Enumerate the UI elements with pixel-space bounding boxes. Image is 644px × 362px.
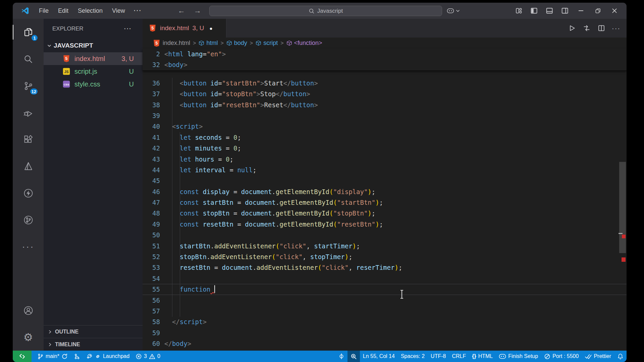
code-line[interactable]: 50 [143, 230, 627, 240]
minimize-button[interactable] [574, 4, 588, 17]
breadcrumb-separator: > [193, 40, 196, 46]
folder-section-javascript[interactable]: JAVASCRIPT [44, 39, 143, 52]
file-item-style-css[interactable]: CSSstyle.cssU [44, 78, 143, 90]
code-line[interactable]: 40 <script> [143, 121, 627, 132]
editor-scrollbar[interactable] [619, 162, 626, 253]
status-prettier[interactable]: Prettier [582, 351, 614, 362]
breadcrumb-item[interactable]: <function> [286, 40, 322, 47]
tab-index-html[interactable]: 5 index.html 3, U ● [143, 19, 226, 38]
outline-section[interactable]: OUTLINE [44, 325, 143, 338]
code-line[interactable]: 42 let minutes = 0; [143, 143, 627, 154]
status-indentation[interactable]: Spaces: 2 [398, 351, 428, 362]
activity-item-settings[interactable]: ⚙ [13, 324, 44, 351]
code-line[interactable]: 56 [143, 295, 627, 306]
code-line[interactable]: 53 resetBtn = document.addEventListener(… [143, 262, 627, 273]
code-line[interactable]: 43 let hours = 0; [143, 154, 627, 165]
code-line[interactable]: 46 const display = document.getElementBy… [143, 186, 627, 197]
sticky-code-line[interactable]: 32<body> [143, 59, 627, 70]
code-line[interactable]: 51 startBtn.addEventListener("click", st… [143, 241, 627, 251]
code-line[interactable]: 52 stopBtn.addEventListener("click", sto… [143, 251, 627, 262]
code-line[interactable]: 54 [143, 273, 627, 284]
activity-item-run-debug[interactable] [13, 99, 44, 126]
status-encoding[interactable]: UTF-8 [428, 351, 449, 362]
activity-item-extensions[interactable] [13, 126, 44, 153]
command-center-search[interactable]: Javascript [209, 6, 442, 16]
code-line[interactable]: 55 function [143, 284, 627, 295]
sticky-code-line[interactable]: 2<html lang="en"> [143, 49, 627, 59]
status-text: 0 [157, 353, 160, 359]
code-line[interactable]: 39 [143, 110, 627, 121]
status-git-graph[interactable] [71, 351, 83, 362]
menu-more[interactable]: ··· [130, 5, 146, 16]
toggle-panel-button[interactable] [543, 5, 556, 16]
activity-item-source-control[interactable]: 12 [13, 72, 44, 99]
close-button[interactable] [607, 4, 622, 17]
restore-button[interactable] [590, 4, 605, 17]
code-line[interactable]: 49 const resetBtn = document.getElementB… [143, 219, 627, 230]
status-cursor-position[interactable]: Ln 55, Col 14 [360, 351, 398, 362]
nav-forward-icon[interactable]: → [194, 6, 201, 15]
menu-edit[interactable]: Edit [53, 7, 73, 14]
file-item-script-js[interactable]: JSscript.jsU [44, 65, 143, 78]
customize-layout-button[interactable] [512, 5, 525, 16]
code-line[interactable]: 36 <button id="startBtn">Start</button> [143, 78, 627, 88]
breadcrumb-label: script [263, 40, 278, 47]
status-text: 3 [144, 353, 147, 359]
breadcrumb-item[interactable]: body [226, 40, 247, 47]
status-zoom[interactable] [347, 351, 360, 362]
status-branch[interactable]: main* [34, 351, 71, 362]
menu-view[interactable]: View [107, 7, 130, 14]
activity-item-git-extension[interactable] [13, 206, 44, 233]
code-line[interactable]: 44 let interval = null; [143, 165, 627, 175]
toggle-secondary-sidebar-button[interactable] [558, 5, 572, 16]
code-line[interactable]: 57 [143, 306, 627, 316]
status-notifications[interactable] [614, 351, 627, 362]
activity-item-explorer[interactable]: 1 [13, 19, 44, 46]
status-screencast[interactable] [335, 351, 347, 362]
code-line[interactable]: 58 </script> [143, 316, 627, 327]
more-actions-button[interactable]: ··· [610, 22, 622, 34]
code-line[interactable]: 37 <button id="stopBtn">Stop</button> [143, 88, 627, 99]
breadcrumb-item[interactable]: html [199, 40, 218, 47]
run-button[interactable] [566, 22, 578, 34]
status-problems[interactable]: 30 [132, 351, 163, 362]
copilot-menu[interactable] [447, 8, 460, 14]
breadcrumb-item[interactable]: script [256, 40, 278, 47]
code-line[interactable]: 60</body> [143, 338, 627, 349]
explorer-more-actions[interactable]: ··· [120, 25, 136, 32]
code-line[interactable]: 41 let seconds = 0; [143, 132, 627, 143]
code-line[interactable]: 45 [143, 175, 627, 186]
menu-selection[interactable]: Selection [73, 7, 107, 14]
timeline-section[interactable]: TIMELINE [44, 338, 143, 351]
code-line[interactable]: 48 const stopBtn = document.getElementBy… [143, 208, 627, 219]
activity-item-prism[interactable] [13, 153, 44, 180]
activity-item-search[interactable] [13, 46, 44, 72]
code-line[interactable]: 59 [143, 327, 627, 338]
open-changes-button[interactable] [581, 22, 592, 34]
breadcrumb-item[interactable]: 5index.html [153, 39, 190, 47]
status-eol[interactable]: CRLF [449, 351, 469, 362]
menu-file[interactable]: File [34, 7, 53, 14]
git-extension-icon [23, 215, 34, 225]
file-item-index-html[interactable]: 5index.html3, U [44, 52, 143, 65]
status-copilot-setup[interactable]: Finish Setup [496, 351, 541, 362]
git-status-badge: 3, U [121, 55, 134, 63]
line-number: 52 [143, 251, 160, 262]
toggle-primary-sidebar-button[interactable] [527, 5, 541, 16]
status-live-server-port[interactable]: Port : 5500 [541, 351, 582, 362]
activity-item-thunder-client[interactable] [13, 180, 44, 206]
code-line[interactable]: 38 <button id="resetBtn">Reset</button> [143, 100, 627, 110]
activity-item-more[interactable]: ··· [13, 233, 44, 260]
activity-item-account[interactable] [13, 297, 44, 324]
status-text: Prettier [594, 353, 611, 359]
split-editor-button[interactable] [596, 22, 607, 34]
code-area[interactable]: 36 <button id="startBtn">Start</button>3… [143, 71, 627, 351]
close-icon [611, 7, 618, 14]
status-language-mode[interactable]: {}HTML [469, 351, 496, 362]
nav-back-icon[interactable]: ← [178, 6, 185, 15]
line-number: 45 [143, 175, 160, 186]
status-launchpad[interactable]: Launchpad [83, 351, 132, 362]
status-remote[interactable] [13, 351, 32, 362]
code-line[interactable]: 47 const startBtn = document.getElementB… [143, 197, 627, 208]
rocket-icon [86, 353, 93, 360]
